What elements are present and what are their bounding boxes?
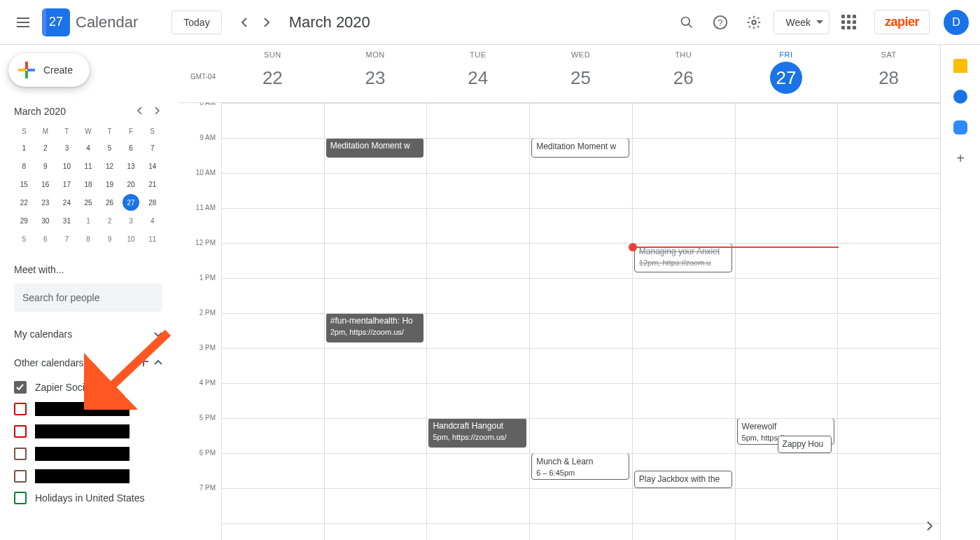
day-header[interactable]: THU26 xyxy=(632,45,735,102)
expand-side-panel-button[interactable] xyxy=(921,518,938,534)
day-column[interactable] xyxy=(221,103,324,540)
calendar-item[interactable] xyxy=(14,420,162,443)
mini-day-cell[interactable]: 3 xyxy=(58,139,75,156)
prev-week-button[interactable] xyxy=(233,11,255,34)
mini-day-cell[interactable]: 22 xyxy=(15,194,32,211)
view-selector[interactable]: Week xyxy=(774,11,830,34)
calendar-logo-icon[interactable]: 27 xyxy=(42,8,70,36)
help-icon[interactable]: ? xyxy=(706,8,734,36)
calendar-item[interactable]: Zapier Social xyxy=(14,377,162,398)
calendar-item[interactable] xyxy=(14,443,162,465)
day-header[interactable]: TUE24 xyxy=(426,45,529,102)
mini-day-cell[interactable]: 8 xyxy=(15,158,32,174)
mini-day-cell[interactable]: 10 xyxy=(58,158,75,174)
mini-day-cell[interactable]: 14 xyxy=(144,158,161,174)
add-addon-icon[interactable]: + xyxy=(953,151,967,165)
mini-day-cell[interactable]: 2 xyxy=(102,212,118,229)
zapier-badge[interactable]: zapier xyxy=(874,10,930,34)
mini-day-cell[interactable]: 9 xyxy=(37,158,54,174)
day-header[interactable]: SAT28 xyxy=(837,45,940,102)
calendar-event[interactable]: Meditation Moment w xyxy=(326,138,424,158)
mini-day-cell[interactable]: 6 xyxy=(37,230,54,247)
mini-day-cell[interactable]: 25 xyxy=(80,194,97,211)
mini-day-cell[interactable]: 24 xyxy=(58,194,75,211)
calendar-event[interactable]: Play Jackbox with the xyxy=(634,471,732,488)
calendar-event[interactable]: #fun-mentalhealth: Ho2pm, https://zoom.u… xyxy=(326,313,424,342)
calendar-checkbox[interactable] xyxy=(14,403,27,415)
mini-day-cell[interactable]: 5 xyxy=(15,230,32,247)
mini-day-cell[interactable]: 9 xyxy=(102,230,118,247)
mini-day-cell[interactable]: 1 xyxy=(80,212,97,229)
mini-day-cell[interactable]: 27 xyxy=(122,194,139,211)
day-column[interactable]: Handcraft Hangout5pm, https://zoom.us/ xyxy=(426,103,529,540)
mini-day-cell[interactable]: 17 xyxy=(58,176,75,193)
mini-day-cell[interactable]: 7 xyxy=(58,230,75,247)
mini-day-cell[interactable]: 23 xyxy=(37,194,54,211)
mini-day-cell[interactable]: 18 xyxy=(80,176,97,193)
mini-day-cell[interactable]: 5 xyxy=(102,139,118,156)
mini-day-cell[interactable]: 4 xyxy=(144,212,161,229)
next-week-button[interactable] xyxy=(255,11,278,34)
mini-day-cell[interactable]: 8 xyxy=(80,230,97,247)
mini-day-cell[interactable]: 1 xyxy=(15,139,32,156)
calendar-checkbox[interactable] xyxy=(14,425,27,438)
mini-day-cell[interactable]: 19 xyxy=(102,176,118,193)
day-column[interactable]: Werewolf5pm, https://zoomZappy Hou xyxy=(735,103,838,540)
my-calendars-toggle[interactable]: My calendars xyxy=(14,328,162,340)
calendar-event[interactable]: Munch & Learn6 – 6:45pm xyxy=(531,453,629,480)
calendar-item[interactable]: Holidays in United States xyxy=(14,487,162,508)
calendar-checkbox[interactable] xyxy=(14,470,27,483)
mini-day-cell[interactable]: 11 xyxy=(80,158,97,174)
day-header[interactable]: FRI27 xyxy=(735,45,838,102)
calendar-item[interactable] xyxy=(14,465,162,487)
calendar-item[interactable] xyxy=(14,398,162,420)
day-header[interactable]: MON23 xyxy=(324,45,427,102)
search-people-input[interactable]: Search for people xyxy=(14,284,162,312)
day-column[interactable] xyxy=(837,103,940,540)
mini-day-cell[interactable]: 6 xyxy=(122,139,139,156)
user-avatar[interactable]: D xyxy=(944,10,969,35)
hamburger-menu-icon[interactable] xyxy=(17,14,34,31)
mini-day-cell[interactable]: 16 xyxy=(37,176,54,193)
day-header[interactable]: SUN22 xyxy=(221,45,324,102)
calendar-checkbox[interactable] xyxy=(14,448,27,460)
mini-day-cell[interactable]: 28 xyxy=(144,194,161,211)
mini-day-cell[interactable]: 13 xyxy=(122,158,139,174)
calendar-checkbox[interactable] xyxy=(14,381,27,394)
hour-label: 11 AM xyxy=(179,204,221,239)
mini-day-cell[interactable]: 11 xyxy=(144,230,161,247)
calendar-event[interactable]: Handcraft Hangout5pm, https://zoom.us/ xyxy=(428,418,526,448)
mini-day-cell[interactable]: 15 xyxy=(15,176,32,193)
mini-day-cell[interactable]: 31 xyxy=(58,212,75,229)
settings-gear-icon[interactable] xyxy=(740,8,768,36)
mini-day-cell[interactable]: 30 xyxy=(37,212,54,229)
mini-day-cell[interactable]: 4 xyxy=(80,139,97,156)
keep-icon[interactable] xyxy=(953,59,967,73)
tasks-icon[interactable] xyxy=(953,90,967,104)
calendar-event[interactable]: Meditation Moment w xyxy=(531,138,629,158)
zoom-icon[interactable] xyxy=(953,120,967,134)
mini-day-cell[interactable]: 3 xyxy=(122,212,139,229)
mini-day-cell[interactable]: 21 xyxy=(144,176,161,193)
mini-day-cell[interactable]: 20 xyxy=(122,176,139,193)
search-icon[interactable] xyxy=(673,8,701,36)
calendar-checkbox[interactable] xyxy=(14,492,27,504)
mini-day-cell[interactable]: 29 xyxy=(15,212,32,229)
mini-day-cell[interactable]: 2 xyxy=(37,139,54,156)
today-button[interactable]: Today xyxy=(172,11,221,34)
mini-day-cell[interactable]: 12 xyxy=(102,158,118,174)
day-column[interactable]: Managing your Anxiet12pm, https://zoom.u… xyxy=(632,103,735,540)
other-calendars-toggle[interactable]: Other calendars xyxy=(14,356,162,368)
create-button[interactable]: Create xyxy=(8,53,90,87)
mini-prev-month[interactable] xyxy=(134,104,146,119)
day-column[interactable]: Meditation Moment wMunch & Learn6 – 6:45… xyxy=(529,103,632,540)
mini-day-cell[interactable]: 7 xyxy=(144,139,161,156)
google-apps-icon[interactable] xyxy=(835,8,863,36)
day-column[interactable]: Meditation Moment w#fun-mentalhealth: Ho… xyxy=(324,103,427,540)
mini-day-cell[interactable]: 10 xyxy=(122,230,139,247)
mini-next-month[interactable] xyxy=(151,104,162,119)
mini-day-cell[interactable]: 26 xyxy=(102,194,118,211)
add-calendar-icon[interactable] xyxy=(139,356,148,368)
calendar-event[interactable]: Zappy Hou xyxy=(778,436,832,453)
day-header[interactable]: WED25 xyxy=(529,45,632,102)
